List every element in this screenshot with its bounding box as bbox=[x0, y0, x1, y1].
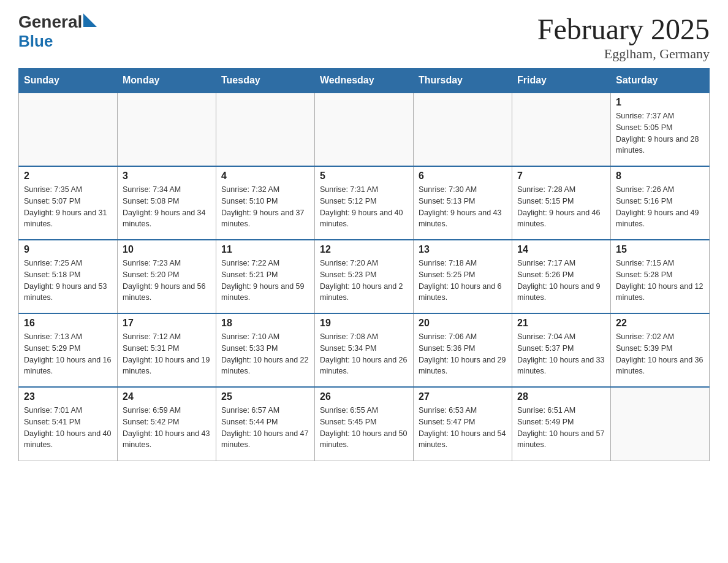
day-info: Sunrise: 7:25 AM Sunset: 5:18 PM Dayligh… bbox=[24, 258, 112, 304]
logo-triangle-icon bbox=[83, 13, 97, 27]
table-row: 15Sunrise: 7:15 AM Sunset: 5:28 PM Dayli… bbox=[611, 240, 710, 313]
day-number: 12 bbox=[320, 244, 408, 255]
table-row bbox=[512, 93, 611, 166]
day-info: Sunrise: 6:57 AM Sunset: 5:44 PM Dayligh… bbox=[221, 405, 309, 451]
day-number: 10 bbox=[123, 244, 211, 255]
day-number: 13 bbox=[419, 244, 507, 255]
day-number: 19 bbox=[320, 318, 408, 329]
table-row: 2Sunrise: 7:35 AM Sunset: 5:07 PM Daylig… bbox=[19, 166, 118, 240]
table-row: 17Sunrise: 7:12 AM Sunset: 5:31 PM Dayli… bbox=[118, 313, 216, 387]
day-info: Sunrise: 7:12 AM Sunset: 5:31 PM Dayligh… bbox=[123, 331, 211, 377]
day-info: Sunrise: 7:01 AM Sunset: 5:41 PM Dayligh… bbox=[24, 405, 112, 451]
day-info: Sunrise: 7:04 AM Sunset: 5:37 PM Dayligh… bbox=[517, 331, 605, 377]
day-number: 27 bbox=[419, 391, 507, 402]
table-row: 22Sunrise: 7:02 AM Sunset: 5:39 PM Dayli… bbox=[611, 313, 710, 387]
day-number: 16 bbox=[24, 318, 112, 329]
month-title: February 2025 bbox=[537, 12, 710, 46]
day-number: 5 bbox=[320, 170, 408, 182]
table-row: 25Sunrise: 6:57 AM Sunset: 5:44 PM Dayli… bbox=[216, 387, 315, 461]
table-row: 20Sunrise: 7:06 AM Sunset: 5:36 PM Dayli… bbox=[414, 313, 512, 387]
logo-blue-text: Blue bbox=[18, 32, 53, 51]
day-number: 23 bbox=[24, 391, 112, 402]
day-info: Sunrise: 7:30 AM Sunset: 5:13 PM Dayligh… bbox=[419, 184, 507, 230]
day-number: 8 bbox=[616, 170, 704, 182]
table-row: 3Sunrise: 7:34 AM Sunset: 5:08 PM Daylig… bbox=[118, 166, 216, 240]
day-info: Sunrise: 6:53 AM Sunset: 5:47 PM Dayligh… bbox=[419, 405, 507, 451]
day-number: 4 bbox=[221, 170, 309, 182]
day-number: 1 bbox=[616, 97, 704, 108]
calendar-table: Sunday Monday Tuesday Wednesday Thursday… bbox=[18, 68, 710, 461]
table-row: 1Sunrise: 7:37 AM Sunset: 5:05 PM Daylig… bbox=[611, 93, 710, 166]
header-wednesday: Wednesday bbox=[315, 69, 414, 93]
table-row: 11Sunrise: 7:22 AM Sunset: 5:21 PM Dayli… bbox=[216, 240, 315, 313]
day-number: 14 bbox=[517, 244, 605, 255]
day-number: 26 bbox=[320, 391, 408, 402]
day-number: 21 bbox=[517, 318, 605, 329]
title-block: February 2025 Egglham, Germany bbox=[537, 12, 710, 62]
day-number: 18 bbox=[221, 318, 309, 329]
week-row-3: 16Sunrise: 7:13 AM Sunset: 5:29 PM Dayli… bbox=[19, 313, 710, 387]
table-row: 24Sunrise: 6:59 AM Sunset: 5:42 PM Dayli… bbox=[118, 387, 216, 461]
day-number: 22 bbox=[616, 318, 704, 329]
day-number: 24 bbox=[123, 391, 211, 402]
location-title: Egglham, Germany bbox=[537, 46, 710, 62]
day-info: Sunrise: 7:06 AM Sunset: 5:36 PM Dayligh… bbox=[419, 331, 507, 377]
day-info: Sunrise: 7:02 AM Sunset: 5:39 PM Dayligh… bbox=[616, 331, 704, 377]
day-number: 17 bbox=[123, 318, 211, 329]
table-row bbox=[216, 93, 315, 166]
table-row: 16Sunrise: 7:13 AM Sunset: 5:29 PM Dayli… bbox=[19, 313, 118, 387]
day-info: Sunrise: 7:37 AM Sunset: 5:05 PM Dayligh… bbox=[616, 110, 704, 156]
table-row: 8Sunrise: 7:26 AM Sunset: 5:16 PM Daylig… bbox=[611, 166, 710, 240]
table-row: 4Sunrise: 7:32 AM Sunset: 5:10 PM Daylig… bbox=[216, 166, 315, 240]
table-row: 13Sunrise: 7:18 AM Sunset: 5:25 PM Dayli… bbox=[414, 240, 512, 313]
table-row bbox=[414, 93, 512, 166]
table-row: 23Sunrise: 7:01 AM Sunset: 5:41 PM Dayli… bbox=[19, 387, 118, 461]
day-info: Sunrise: 6:51 AM Sunset: 5:49 PM Dayligh… bbox=[517, 405, 605, 451]
table-row: 26Sunrise: 6:55 AM Sunset: 5:45 PM Dayli… bbox=[315, 387, 414, 461]
page-header: General Blue February 2025 Egglham, Germ… bbox=[18, 12, 710, 62]
logo: General Blue bbox=[18, 12, 97, 51]
day-number: 3 bbox=[123, 170, 211, 182]
header-sunday: Sunday bbox=[19, 69, 118, 93]
day-info: Sunrise: 7:10 AM Sunset: 5:33 PM Dayligh… bbox=[221, 331, 309, 377]
day-number: 15 bbox=[616, 244, 704, 255]
day-number: 11 bbox=[221, 244, 309, 255]
table-row: 12Sunrise: 7:20 AM Sunset: 5:23 PM Dayli… bbox=[315, 240, 414, 313]
day-info: Sunrise: 7:17 AM Sunset: 5:26 PM Dayligh… bbox=[517, 258, 605, 304]
day-number: 6 bbox=[419, 170, 507, 182]
table-row: 19Sunrise: 7:08 AM Sunset: 5:34 PM Dayli… bbox=[315, 313, 414, 387]
table-row: 7Sunrise: 7:28 AM Sunset: 5:15 PM Daylig… bbox=[512, 166, 611, 240]
day-info: Sunrise: 7:13 AM Sunset: 5:29 PM Dayligh… bbox=[24, 331, 112, 377]
table-row: 6Sunrise: 7:30 AM Sunset: 5:13 PM Daylig… bbox=[414, 166, 512, 240]
table-row bbox=[118, 93, 216, 166]
table-row: 10Sunrise: 7:23 AM Sunset: 5:20 PM Dayli… bbox=[118, 240, 216, 313]
week-row-0: 1Sunrise: 7:37 AM Sunset: 5:05 PM Daylig… bbox=[19, 93, 710, 166]
header-monday: Monday bbox=[118, 69, 216, 93]
day-info: Sunrise: 7:32 AM Sunset: 5:10 PM Dayligh… bbox=[221, 184, 309, 230]
svg-marker-0 bbox=[83, 13, 97, 27]
table-row: 28Sunrise: 6:51 AM Sunset: 5:49 PM Dayli… bbox=[512, 387, 611, 461]
day-number: 25 bbox=[221, 391, 309, 402]
day-info: Sunrise: 7:31 AM Sunset: 5:12 PM Dayligh… bbox=[320, 184, 408, 230]
day-info: Sunrise: 7:18 AM Sunset: 5:25 PM Dayligh… bbox=[419, 258, 507, 304]
header-thursday: Thursday bbox=[414, 69, 512, 93]
day-info: Sunrise: 7:08 AM Sunset: 5:34 PM Dayligh… bbox=[320, 331, 408, 377]
week-row-1: 2Sunrise: 7:35 AM Sunset: 5:07 PM Daylig… bbox=[19, 166, 710, 240]
day-number: 9 bbox=[24, 244, 112, 255]
day-number: 2 bbox=[24, 170, 112, 182]
week-row-2: 9Sunrise: 7:25 AM Sunset: 5:18 PM Daylig… bbox=[19, 240, 710, 313]
day-number: 7 bbox=[517, 170, 605, 182]
logo-general-text: General bbox=[18, 12, 82, 32]
day-info: Sunrise: 7:34 AM Sunset: 5:08 PM Dayligh… bbox=[123, 184, 211, 230]
weekday-header-row: Sunday Monday Tuesday Wednesday Thursday… bbox=[19, 69, 710, 93]
day-info: Sunrise: 7:15 AM Sunset: 5:28 PM Dayligh… bbox=[616, 258, 704, 304]
day-number: 20 bbox=[419, 318, 507, 329]
day-info: Sunrise: 7:35 AM Sunset: 5:07 PM Dayligh… bbox=[24, 184, 112, 230]
day-info: Sunrise: 6:59 AM Sunset: 5:42 PM Dayligh… bbox=[123, 405, 211, 451]
day-info: Sunrise: 7:23 AM Sunset: 5:20 PM Dayligh… bbox=[123, 258, 211, 304]
week-row-4: 23Sunrise: 7:01 AM Sunset: 5:41 PM Dayli… bbox=[19, 387, 710, 461]
table-row bbox=[315, 93, 414, 166]
table-row: 9Sunrise: 7:25 AM Sunset: 5:18 PM Daylig… bbox=[19, 240, 118, 313]
day-info: Sunrise: 7:28 AM Sunset: 5:15 PM Dayligh… bbox=[517, 184, 605, 230]
day-info: Sunrise: 6:55 AM Sunset: 5:45 PM Dayligh… bbox=[320, 405, 408, 451]
